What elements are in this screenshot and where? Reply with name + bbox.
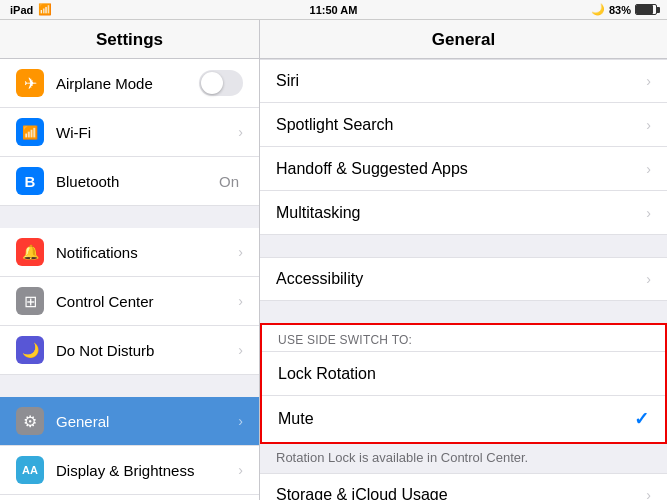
side-switch-section: USE SIDE SWITCH TO: Lock Rotation Mute ✓	[260, 323, 667, 444]
accessibility-chevron: ›	[646, 271, 651, 287]
multitasking-chevron: ›	[646, 205, 651, 221]
separator-b	[260, 301, 667, 323]
control-center-chevron: ›	[238, 293, 243, 309]
airplane-label: Airplane Mode	[56, 75, 199, 92]
status-bar: iPad 📶 11:50 AM 🌙 83%	[0, 0, 667, 20]
side-switch-mute[interactable]: Mute ✓	[262, 395, 665, 442]
sidebar-title: Settings	[0, 20, 259, 59]
battery-percent: 83%	[609, 4, 631, 16]
notifications-icon: 🔔	[16, 238, 44, 266]
siri-chevron: ›	[646, 73, 651, 89]
spotlight-chevron: ›	[646, 117, 651, 133]
display-chevron: ›	[238, 462, 243, 478]
sidebar-item-notifications[interactable]: 🔔 Notifications ›	[0, 228, 259, 277]
content-item-spotlight[interactable]: Spotlight Search ›	[260, 103, 667, 147]
mute-checkmark: ✓	[634, 408, 649, 430]
siri-label: Siri	[276, 72, 646, 90]
status-right: 🌙 83%	[591, 3, 657, 16]
spotlight-label: Spotlight Search	[276, 116, 646, 134]
handoff-chevron: ›	[646, 161, 651, 177]
content-item-storage[interactable]: Storage & iCloud Usage ›	[260, 473, 667, 500]
bluetooth-value: On	[219, 173, 239, 190]
status-time: 11:50 AM	[310, 4, 358, 16]
sidebar-item-airplane[interactable]: ✈ Airplane Mode	[0, 59, 259, 108]
sidebar: Settings ✈ Airplane Mode 📶 Wi-Fi › B Blu…	[0, 20, 260, 500]
bluetooth-icon: B	[16, 167, 44, 195]
content-item-handoff[interactable]: Handoff & Suggested Apps ›	[260, 147, 667, 191]
storage-chevron: ›	[646, 487, 651, 500]
toggle-knob	[201, 72, 223, 94]
separator-1	[0, 206, 259, 228]
sidebar-item-wallpaper[interactable]: ❄ Wallpaper ›	[0, 495, 259, 500]
sidebar-item-bluetooth[interactable]: B Bluetooth On	[0, 157, 259, 206]
rotation-note: Rotation Lock is available in Control Ce…	[260, 444, 667, 473]
content-title: General	[260, 20, 667, 59]
sidebar-item-wifi[interactable]: 📶 Wi-Fi ›	[0, 108, 259, 157]
general-chevron: ›	[238, 413, 243, 429]
content-item-siri[interactable]: Siri ›	[260, 59, 667, 103]
content-panel: General Siri › Spotlight Search › Handof…	[260, 20, 667, 500]
ipad-label: iPad	[10, 4, 33, 16]
side-switch-header: USE SIDE SWITCH TO:	[262, 325, 665, 351]
airplane-icon: ✈	[16, 69, 44, 97]
dnd-icon: 🌙	[16, 336, 44, 364]
mute-label: Mute	[278, 410, 634, 428]
status-left: iPad 📶	[10, 3, 52, 16]
separator-a	[260, 235, 667, 257]
control-center-icon: ⊞	[16, 287, 44, 315]
dnd-chevron: ›	[238, 342, 243, 358]
handoff-label: Handoff & Suggested Apps	[276, 160, 646, 178]
sidebar-item-display[interactable]: AA Display & Brightness ›	[0, 446, 259, 495]
moon-icon: 🌙	[591, 3, 605, 16]
control-center-label: Control Center	[56, 293, 238, 310]
general-label: General	[56, 413, 238, 430]
wifi-icon: 📶	[38, 3, 52, 16]
bluetooth-label: Bluetooth	[56, 173, 219, 190]
notifications-label: Notifications	[56, 244, 238, 261]
wifi-icon: 📶	[16, 118, 44, 146]
content-item-accessibility[interactable]: Accessibility ›	[260, 257, 667, 301]
battery-icon	[635, 4, 657, 15]
multitasking-label: Multitasking	[276, 204, 646, 222]
wifi-chevron: ›	[238, 124, 243, 140]
general-icon: ⚙	[16, 407, 44, 435]
notifications-chevron: ›	[238, 244, 243, 260]
sidebar-item-general[interactable]: ⚙ General ›	[0, 397, 259, 446]
accessibility-label: Accessibility	[276, 270, 646, 288]
separator-2	[0, 375, 259, 397]
sidebar-item-control-center[interactable]: ⊞ Control Center ›	[0, 277, 259, 326]
dnd-label: Do Not Disturb	[56, 342, 238, 359]
sidebar-item-dnd[interactable]: 🌙 Do Not Disturb ›	[0, 326, 259, 375]
lock-rotation-label: Lock Rotation	[278, 365, 649, 383]
main-container: Settings ✈ Airplane Mode 📶 Wi-Fi › B Blu…	[0, 20, 667, 500]
content-item-multitasking[interactable]: Multitasking ›	[260, 191, 667, 235]
wifi-label: Wi-Fi	[56, 124, 238, 141]
airplane-toggle[interactable]	[199, 70, 243, 96]
display-label: Display & Brightness	[56, 462, 238, 479]
storage-label: Storage & iCloud Usage	[276, 486, 646, 500]
side-switch-lock-rotation[interactable]: Lock Rotation	[262, 351, 665, 395]
display-icon: AA	[16, 456, 44, 484]
